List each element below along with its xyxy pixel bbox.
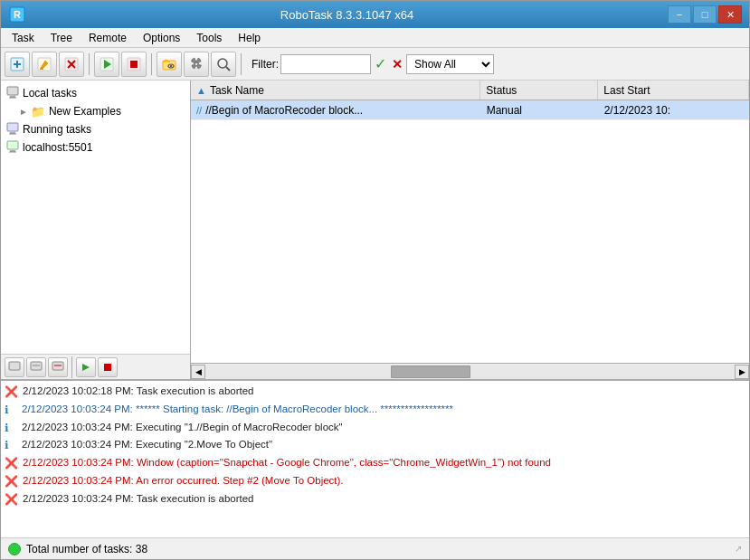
main-content: Local tasks ► 📁 New Examples xyxy=(1,81,749,379)
log-text-1: 2/12/2023 10:02:18 PM: Task execution is… xyxy=(23,384,254,398)
svg-point-17 xyxy=(195,62,198,66)
show-all-select[interactable]: Show All Running Not Running xyxy=(406,54,494,74)
log-line-7: ❌ 2/12/2023 10:03:24 PM: Task execution … xyxy=(5,490,745,508)
localhost-label: localhost:5501 xyxy=(23,141,92,154)
statusbar: Total number of tasks: 38 ↗ xyxy=(1,537,749,559)
log-line-3: ℹ 2/12/2023 10:03:24 PM: Executing "1.//… xyxy=(5,419,745,437)
menu-tree[interactable]: Tree xyxy=(43,30,80,46)
computer-icon xyxy=(6,86,19,101)
tree-new-examples[interactable]: ► 📁 New Examples xyxy=(3,102,188,120)
error-icon-6: ❌ xyxy=(5,474,18,489)
add-task-button[interactable] xyxy=(5,52,30,77)
status-indicator xyxy=(8,543,21,555)
log-line-6: ❌ 2/12/2023 10:03:24 PM: An error occurr… xyxy=(5,472,745,490)
filter-clear-button[interactable]: ✕ xyxy=(392,57,403,71)
table-body: // //Begin of MacroRecoder block... Manu… xyxy=(191,100,749,363)
expand-arrow-icon: ► xyxy=(19,107,28,117)
menu-options[interactable]: Options xyxy=(136,30,187,46)
resize-grip[interactable]: ↗ xyxy=(735,544,742,554)
app-icon: R xyxy=(8,5,26,24)
tree-local-tasks[interactable]: Local tasks xyxy=(3,84,188,102)
svg-rect-13 xyxy=(130,61,138,68)
log-text-5: 2/12/2023 10:03:24 PM: Window (caption="… xyxy=(23,455,551,470)
svg-rect-35 xyxy=(104,364,111,371)
scroll-left-button[interactable]: ◀ xyxy=(191,365,205,379)
scroll-thumb[interactable] xyxy=(391,365,470,378)
table-row[interactable]: // //Begin of MacroRecoder block... Manu… xyxy=(191,100,749,120)
error-icon-5: ❌ xyxy=(5,456,18,471)
menu-help[interactable]: Help xyxy=(231,30,268,46)
log-area: ❌ 2/12/2023 10:02:18 PM: Task execution … xyxy=(1,379,749,537)
settings-button[interactable] xyxy=(184,52,209,77)
minimize-button[interactable]: − xyxy=(668,5,691,24)
svg-rect-20 xyxy=(7,87,18,95)
left-btn-4[interactable] xyxy=(76,357,96,377)
log-content: ❌ 2/12/2023 10:02:18 PM: Task execution … xyxy=(1,381,749,537)
left-btn-3[interactable] xyxy=(48,357,68,377)
svg-rect-26 xyxy=(7,141,18,149)
info-icon-2: ℹ xyxy=(5,403,17,418)
sep1 xyxy=(89,53,90,75)
new-examples-label: New Examples xyxy=(49,105,121,118)
window-controls: − □ ✕ xyxy=(668,5,742,24)
filter-input[interactable] xyxy=(280,54,371,74)
horizontal-scrollbar[interactable]: ◀ ▶ xyxy=(191,363,749,379)
task-status-cell: Manual xyxy=(481,102,599,119)
menu-remote[interactable]: Remote xyxy=(81,30,134,46)
col-laststart[interactable]: Last Start xyxy=(598,81,749,100)
task-type-icon: // xyxy=(196,105,202,116)
main-window: R RoboTask 8.3.3.1047 x64 − □ ✕ Task Tre… xyxy=(0,0,750,560)
svg-point-18 xyxy=(218,59,227,68)
titlebar: R RoboTask 8.3.3.1047 x64 − □ ✕ xyxy=(1,1,749,28)
task-name-cell: // //Begin of MacroRecoder block... xyxy=(191,102,481,119)
window-title: RoboTask 8.3.3.1047 x64 xyxy=(26,8,668,22)
info-icon-3: ℹ xyxy=(5,421,17,436)
log-text-7: 2/12/2023 10:03:24 PM: Task execution is… xyxy=(23,491,254,506)
edit-task-button[interactable] xyxy=(32,52,57,77)
task-laststart-cell: 2/12/2023 10: xyxy=(599,102,749,119)
right-panel: ▲ Task Name Status Last Start // //Begin… xyxy=(191,81,749,379)
stop-task-button[interactable] xyxy=(121,52,147,77)
delete-task-button[interactable] xyxy=(59,52,84,77)
col-status[interactable]: Status xyxy=(480,81,598,100)
left-btn-5[interactable] xyxy=(98,357,118,377)
filter-apply-button[interactable]: ✓ xyxy=(375,55,386,72)
log-line-4: ℹ 2/12/2023 10:03:24 PM: Executing "2.Mo… xyxy=(5,436,745,454)
open-folder-button[interactable] xyxy=(157,52,182,77)
sort-icon: ▲ xyxy=(196,85,206,96)
running-computer-icon xyxy=(6,122,19,138)
svg-rect-29 xyxy=(9,362,20,370)
log-line-1: ❌ 2/12/2023 10:02:18 PM: Task execution … xyxy=(5,383,745,401)
menu-tools[interactable]: Tools xyxy=(189,30,229,46)
error-icon-7: ❌ xyxy=(5,492,18,508)
running-tasks-label: Running tasks xyxy=(23,123,91,136)
localhost-icon xyxy=(6,140,19,156)
left-panel: Local tasks ► 📁 New Examples xyxy=(1,81,191,379)
sep3 xyxy=(241,53,242,75)
toolbar: Filter: ✓ ✕ Show All Running Not Running xyxy=(1,48,749,81)
tree-localhost[interactable]: localhost:5501 xyxy=(3,138,188,157)
left-sep xyxy=(71,356,72,378)
scroll-right-button[interactable]: ▶ xyxy=(735,365,749,379)
maximize-button[interactable]: □ xyxy=(693,5,717,24)
menu-task[interactable]: Task xyxy=(5,30,42,46)
status-text: Total number of tasks: 38 xyxy=(26,543,147,555)
run-task-button[interactable] xyxy=(94,52,119,77)
close-button[interactable]: ✕ xyxy=(718,5,742,24)
menubar: Task Tree Remote Options Tools Help xyxy=(1,28,749,48)
info-icon-4: ℹ xyxy=(5,438,17,453)
search-button[interactable] xyxy=(211,52,236,77)
sep2 xyxy=(151,53,152,75)
filter-label: Filter: xyxy=(252,58,279,71)
left-btn-2[interactable] xyxy=(26,357,46,377)
svg-line-19 xyxy=(226,67,230,71)
left-btn-1[interactable] xyxy=(5,357,24,377)
tree-area: Local tasks ► 📁 New Examples xyxy=(1,81,190,354)
tree-running-tasks[interactable]: Running tasks xyxy=(3,120,188,138)
table-header: ▲ Task Name Status Last Start xyxy=(191,81,749,100)
scroll-track[interactable] xyxy=(205,365,735,379)
svg-rect-23 xyxy=(7,123,18,131)
svg-text:R: R xyxy=(14,9,21,20)
col-taskname[interactable]: ▲ Task Name xyxy=(191,81,480,100)
log-text-6: 2/12/2023 10:03:24 PM: An error occurred… xyxy=(23,473,344,488)
